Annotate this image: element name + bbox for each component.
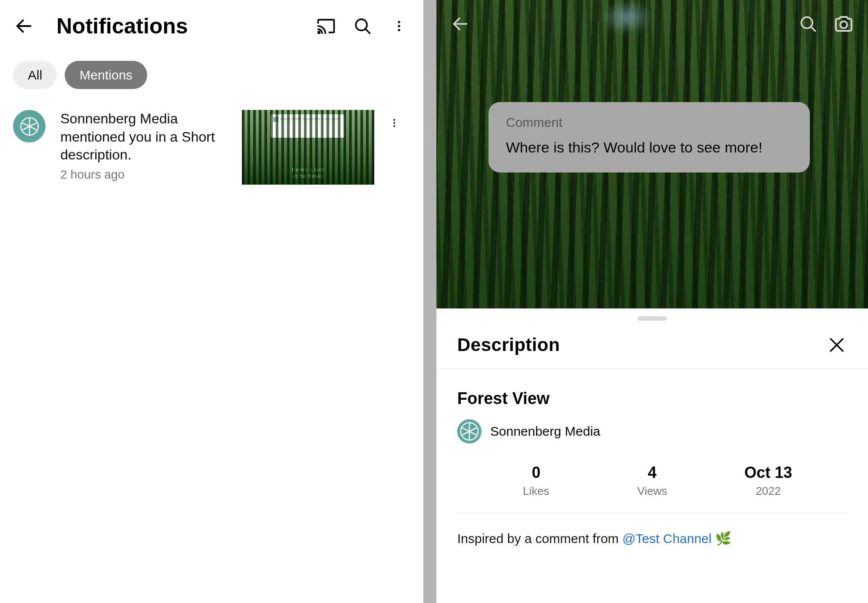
svg-point-9: [393, 122, 395, 124]
search-icon[interactable]: [351, 15, 374, 37]
channel-name: Sonnenberg Media: [490, 424, 601, 439]
sheet-title: Description: [457, 335, 560, 355]
notification-time: 2 hours ago: [60, 168, 230, 182]
comment-text: Where is this? Would love to see more!: [506, 138, 792, 157]
description-body: Inspired by a comment from @Test Channel…: [436, 514, 868, 546]
sheet-handle[interactable]: [637, 316, 667, 321]
channel-avatar: [457, 419, 482, 444]
close-icon[interactable]: [826, 335, 847, 355]
comment-label: Comment: [506, 115, 792, 130]
description-sheet: Description Forest View Sonnenberg Media…: [436, 308, 868, 603]
leaf-emoji: 🌿: [712, 531, 731, 546]
video-title: Forest View: [436, 369, 868, 408]
channel-row[interactable]: Sonnenberg Media: [436, 408, 868, 444]
notification-item[interactable]: Sonnenberg Media mentioned you in a Shor…: [13, 110, 410, 185]
chip-mentions[interactable]: Mentions: [65, 61, 147, 89]
channel-avatar: [13, 110, 46, 142]
notifications-panel: Notifications All Mentions Sonnenberg Me…: [0, 0, 423, 603]
mention-link[interactable]: @Test Channel: [622, 531, 712, 546]
back-icon[interactable]: [13, 15, 35, 37]
stat-date: Oct 13 2022: [710, 464, 826, 498]
page-title: Notifications: [56, 13, 301, 39]
short-view-panel: Comment Where is this? Would love to see…: [436, 0, 868, 603]
back-icon[interactable]: [449, 13, 471, 35]
svg-point-5: [398, 25, 400, 27]
svg-point-6: [398, 29, 400, 31]
svg-point-14: [840, 21, 847, 28]
svg-point-4: [398, 21, 400, 23]
stat-views: 4 Views: [594, 464, 710, 498]
svg-point-1: [318, 32, 320, 33]
notification-thumbnail[interactable]: Where is this? Would love to see more! H…: [242, 110, 374, 185]
svg-point-8: [393, 119, 395, 121]
comment-overlay-card[interactable]: Comment Where is this? Would love to see…: [488, 102, 810, 172]
chip-all[interactable]: All: [13, 61, 57, 89]
svg-line-13: [811, 27, 815, 31]
notification-more-icon[interactable]: [383, 112, 406, 134]
panel-divider: [423, 0, 436, 603]
svg-point-10: [393, 125, 395, 127]
cast-icon[interactable]: [315, 15, 337, 37]
notification-text: Sonnenberg Media mentioned you in a Shor…: [60, 110, 230, 164]
search-icon[interactable]: [797, 13, 819, 35]
stat-likes: 0 Likes: [478, 464, 594, 498]
camera-icon[interactable]: [832, 13, 855, 35]
svg-line-3: [365, 29, 370, 33]
more-icon[interactable]: [388, 15, 410, 37]
